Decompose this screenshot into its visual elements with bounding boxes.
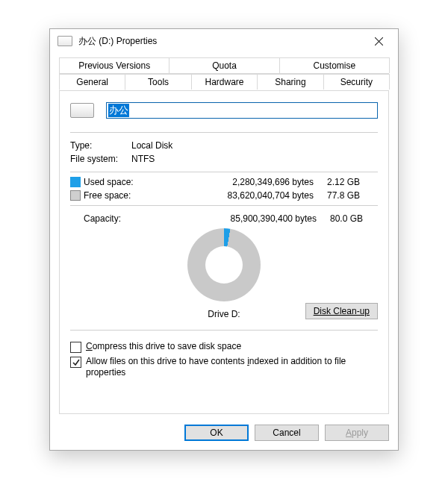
filesystem-value: NTFS — [131, 154, 378, 164]
disk-cleanup-button[interactable]: Disk Clean-up — [305, 303, 378, 319]
apply-button[interactable]: Apply — [325, 425, 389, 441]
free-space-hr: 77.8 GB — [327, 190, 375, 201]
window-title: 办公 (D:) Properties — [78, 35, 364, 48]
drive-name-value: 办公 — [108, 104, 129, 117]
drive-name-input[interactable]: 办公 — [106, 102, 378, 119]
used-space-hr: 2.12 GB — [327, 177, 375, 187]
compress-label: Compress this drive to save disk space — [86, 341, 241, 352]
pie-chart-icon — [187, 228, 261, 301]
free-color-swatch — [70, 190, 81, 201]
used-space-label: Used space: — [84, 177, 152, 187]
separator — [70, 330, 378, 331]
capacity-hr: 80.0 GB — [330, 213, 378, 224]
index-label: Allow files on this drive to have conten… — [86, 356, 355, 378]
tab-customise[interactable]: Customise — [279, 57, 390, 73]
free-space-bytes: 83,620,040,704 bytes — [152, 190, 327, 201]
index-checkbox[interactable]: Allow files on this drive to have conten… — [70, 356, 378, 378]
used-space-bytes: 2,280,349,696 bytes — [152, 177, 327, 187]
tab-hardware[interactable]: Hardware — [191, 74, 258, 90]
compress-checkbox[interactable]: Compress this drive to save disk space — [70, 341, 378, 353]
tab-quota[interactable]: Quota — [169, 57, 279, 73]
close-button[interactable] — [364, 31, 393, 51]
general-pane: 办公 Type: Local Disk File system: NTFS Us… — [59, 90, 389, 414]
capacity-label: Capacity: — [84, 213, 166, 224]
separator — [70, 132, 378, 133]
tab-general[interactable]: General — [59, 74, 125, 90]
cancel-button[interactable]: Cancel — [255, 425, 319, 441]
ok-button[interactable]: OK — [184, 425, 249, 441]
separator — [70, 205, 378, 206]
checkbox-icon — [70, 342, 81, 353]
type-value: Local Disk — [131, 140, 378, 151]
drive-letter-label: Drive D: — [208, 309, 240, 319]
drive-icon — [57, 36, 72, 46]
title-bar[interactable]: 办公 (D:) Properties — [50, 29, 398, 53]
dialog-footer: OK Cancel Apply — [184, 425, 389, 441]
drive-large-icon — [70, 103, 94, 118]
used-color-swatch — [70, 177, 81, 187]
client-area: Previous Versions Quota Customise Genera… — [59, 57, 389, 414]
close-icon — [375, 37, 383, 46]
capacity-bytes: 85,900,390,400 bytes — [166, 213, 330, 224]
checkbox-icon — [70, 357, 81, 368]
properties-dialog: 办公 (D:) Properties Previous Versions Quo… — [49, 28, 399, 451]
filesystem-label: File system: — [70, 154, 131, 164]
type-label: Type: — [70, 140, 131, 151]
tab-sharing[interactable]: Sharing — [257, 74, 323, 90]
tab-tools[interactable]: Tools — [125, 74, 191, 90]
tab-previous-versions[interactable]: Previous Versions — [59, 57, 169, 73]
separator — [70, 172, 378, 172]
free-space-label: Free space: — [84, 190, 152, 201]
tab-security[interactable]: Security — [323, 74, 390, 90]
tab-strip: Previous Versions Quota Customise Genera… — [59, 57, 389, 90]
